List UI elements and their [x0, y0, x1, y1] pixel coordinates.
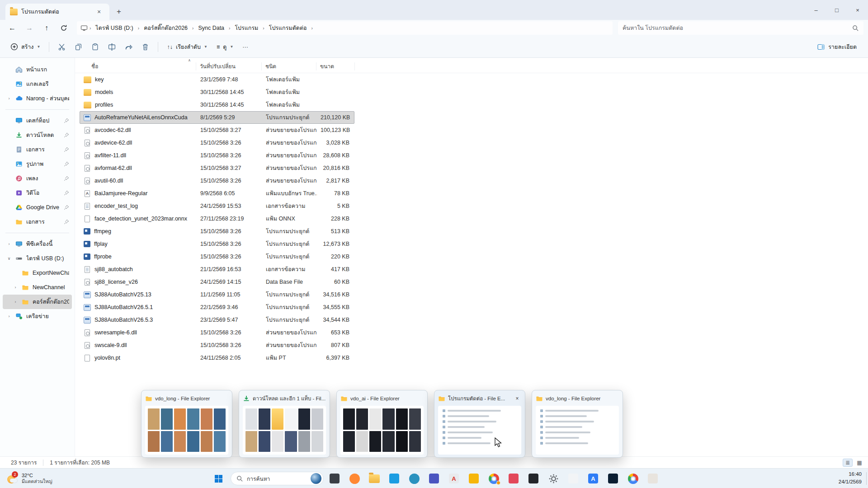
up-button[interactable]: ↑ — [39, 21, 54, 35]
chevron-down-icon[interactable]: ∨ — [6, 256, 12, 261]
details-view-toggle[interactable]: ≣ — [843, 459, 853, 467]
taskbar-preview-card[interactable]: โปรแกรมตัดต่อ - File E...× — [434, 390, 525, 458]
column-header-type[interactable]: ชนิด — [262, 62, 316, 70]
sidebar-item[interactable]: ›พีซีเครื่องนี้ — [3, 237, 72, 251]
breadcrumb-item[interactable]: ไดรฟ์ USB (D:) — [93, 22, 136, 34]
file-row[interactable]: avdevice-62.dll15/10/2568 3:26ส่วนขยายขอ… — [80, 136, 354, 149]
maximize-button[interactable]: □ — [826, 0, 847, 20]
start-button[interactable] — [211, 472, 226, 485]
file-row[interactable]: avformat-62.dll15/10/2568 3:27ส่วนขยายขอ… — [80, 162, 354, 174]
new-button[interactable]: สร้าง▼ — [6, 39, 44, 55]
app-icon-blue-a[interactable]: A — [586, 472, 600, 485]
file-explorer-icon[interactable] — [367, 472, 382, 485]
search-input[interactable]: ค้นหาใน โปรแกรมตัดต่อ — [618, 21, 863, 35]
app-icon-dark[interactable] — [327, 472, 342, 485]
file-row[interactable]: profiles30/11/2568 14:45โฟลเดอร์แฟ้ม — [80, 99, 354, 111]
file-row[interactable]: sj88_autobatch21/1/2569 16:53เอกสารข้อคว… — [80, 263, 354, 276]
sidebar-item[interactable]: หน้าแรก — [3, 62, 72, 77]
weather-widget[interactable]: 2 32°C มีแดดส่วนใหญ่ — [4, 470, 55, 487]
sidebar-item[interactable]: ›เครือข่าย — [3, 309, 72, 324]
firefox-icon[interactable] — [347, 472, 362, 485]
paste-button[interactable] — [87, 39, 103, 55]
preview-close-icon[interactable]: × — [513, 394, 521, 403]
column-header-name[interactable]: ชื่อ — [75, 62, 196, 70]
file-row[interactable]: ffplay15/10/2568 3:26โปรแกรมประยุกต์12,6… — [80, 238, 354, 250]
file-row[interactable]: avutil-60.dll15/10/2568 3:26ส่วนขยายของโ… — [80, 174, 354, 187]
taskbar-search[interactable]: การค้นหา — [231, 472, 324, 485]
column-header-date[interactable]: วันที่ปรับเปลี่ยน — [196, 62, 262, 70]
app-icon-red[interactable] — [506, 472, 521, 485]
pen-tool-icon[interactable] — [646, 472, 660, 485]
breadcrumb-item[interactable]: โปรแกรมตัดต่อ — [266, 22, 310, 34]
file-row[interactable]: avfilter-11.dll15/10/2568 3:26ส่วนขยายขอ… — [80, 149, 354, 162]
sidebar-item[interactable]: วิดีโอ — [3, 186, 72, 200]
sidebar-item[interactable]: รูปภาพ — [3, 157, 72, 171]
file-row[interactable]: BaiJamjuree-Regular9/9/2568 6:05แฟ้มแบบอ… — [80, 187, 354, 200]
breadcrumb-item[interactable]: โปรแกรม — [232, 22, 261, 34]
sidebar-item[interactable]: ›คอร์สติ๊กต๊อก2026 — [3, 295, 72, 309]
minimize-button[interactable]: – — [806, 0, 826, 20]
sidebar-item[interactable]: แกลเลอรี — [3, 77, 72, 91]
file-row[interactable]: ffmpeg15/10/2568 3:26โปรแกรมประยุกต์513 … — [80, 225, 354, 238]
more-button[interactable]: ··· — [238, 39, 252, 55]
chevron-right-icon[interactable]: › — [6, 242, 12, 246]
cut-button[interactable] — [54, 39, 70, 55]
file-row[interactable]: swresample-6.dll15/10/2568 3:26ส่วนขยายข… — [80, 326, 354, 339]
app-icon-white[interactable] — [566, 472, 580, 485]
mail-icon[interactable]: A — [447, 472, 461, 485]
sidebar-item[interactable]: ›Narong - ส่วนบุคคล — [3, 91, 72, 106]
file-row[interactable]: swscale-9.dll15/10/2568 3:26ส่วนขยายของโ… — [80, 339, 354, 352]
chevron-right-icon[interactable]: › — [13, 285, 18, 290]
refresh-button[interactable] — [56, 21, 71, 35]
details-pane-button[interactable]: รายละเอียด — [813, 39, 861, 55]
delete-button[interactable] — [137, 39, 153, 55]
close-button[interactable]: × — [847, 0, 868, 20]
view-button[interactable]: ≡ ดู▼ — [212, 39, 237, 55]
sidebar-item[interactable]: เดสก์ท็อป — [3, 113, 72, 128]
settings-icon[interactable] — [546, 472, 561, 485]
chrome-icon[interactable] — [486, 472, 501, 485]
file-row[interactable]: SJ88AutoBatchV26.5.122/1/2569 3:46โปรแกร… — [80, 301, 354, 314]
share-button[interactable] — [121, 39, 137, 55]
microsoft-store-icon[interactable] — [387, 472, 401, 485]
browser-icon-2[interactable] — [626, 472, 640, 485]
edge-icon[interactable] — [407, 472, 421, 485]
file-row[interactable]: AutoReframeYuNetAiLensOnnxCuda8/1/2569 5… — [80, 111, 354, 124]
chevron-right-icon[interactable]: › — [13, 300, 18, 304]
show-desktop-button[interactable] — [866, 472, 868, 485]
sidebar-item[interactable]: ›NewChannel — [3, 280, 72, 295]
file-row[interactable]: models30/11/2568 14:45โฟลเดอร์แฟ้ม — [80, 86, 354, 99]
file-row[interactable]: SJ88AutoBatchV26.5.323/1/2569 5:47โปรแกร… — [80, 314, 354, 326]
file-row[interactable]: face_detection_yunet_2023mar.onnx27/11/2… — [80, 212, 354, 225]
sidebar-item[interactable]: Google Drive (G: — [3, 200, 72, 215]
tab-close-icon[interactable]: × — [93, 6, 105, 17]
file-row[interactable]: yolov8n.pt24/11/2568 2:05แฟ้ม PT6,397 KB — [80, 352, 354, 364]
file-row[interactable]: ffprobe15/10/2568 3:26โปรแกรมประยุกต์220… — [80, 250, 354, 263]
file-row[interactable]: sj88_license_v2624/1/2569 14:15Data Base… — [80, 276, 354, 288]
taskbar-preview-card[interactable]: vdo_long - File Explorer — [141, 390, 232, 458]
sidebar-item[interactable]: เอกสาร — [3, 215, 72, 229]
explorer-tab[interactable]: โปรแกรมตัดต่อ × — [5, 4, 109, 20]
thumbnail-view-toggle[interactable]: ▦ — [854, 459, 864, 467]
sidebar-item[interactable]: ∨ไดรฟ์ USB (D:) — [3, 251, 72, 266]
sidebar-item[interactable]: เอกสาร — [3, 142, 72, 157]
chevron-right-icon[interactable]: › — [6, 96, 12, 101]
forward-button[interactable]: → — [22, 21, 37, 35]
back-button[interactable]: ← — [5, 21, 20, 35]
sort-button[interactable]: ↑↓ เรียงลำดับ▼ — [163, 39, 212, 55]
rename-button[interactable] — [104, 39, 120, 55]
file-row[interactable]: encoder_test_log24/1/2569 15:53เอกสารข้อ… — [80, 200, 354, 212]
file-row[interactable]: avcodec-62.dll15/10/2568 3:27ส่วนขยายของ… — [80, 124, 354, 136]
taskbar-clock[interactable]: 16:40 24/1/2569 — [839, 470, 862, 485]
new-tab-button[interactable]: + — [112, 5, 126, 19]
chevron-right-icon[interactable]: › — [6, 314, 12, 319]
app-icon-black[interactable] — [526, 472, 541, 485]
copy-button[interactable] — [71, 39, 86, 55]
taskbar-preview-card[interactable]: ดาวน์โหลด และอีก 1 แท็บ - Fil... — [239, 390, 330, 458]
file-row[interactable]: SJ88AutoBatchV25.1311/1/2569 11:05โปรแกร… — [80, 288, 354, 301]
sidebar-item[interactable]: เพลง — [3, 171, 72, 186]
app-icon-navy[interactable] — [606, 472, 620, 485]
taskbar-preview-card[interactable]: vdo_long - File Explorer — [532, 390, 623, 458]
sidebar-item[interactable]: ดาวน์โหลด — [3, 128, 72, 142]
file-row[interactable]: key23/1/2569 7:48โฟลเดอร์แฟ้ม — [80, 73, 354, 86]
